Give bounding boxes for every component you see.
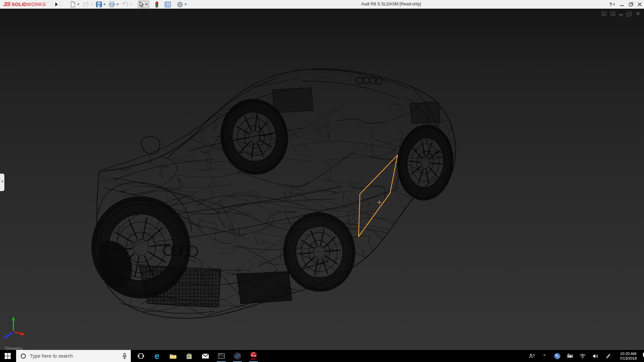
selection-cross-marker (377, 200, 381, 204)
minimize-button[interactable] (618, 0, 627, 9)
command-prompt-button[interactable]: C:\_ (213, 350, 229, 362)
solidworks-3ds-mark-icon: ЗS (3, 1, 11, 8)
action-center-button[interactable]: 2 (642, 352, 644, 360)
network-key-icon (554, 353, 560, 359)
store-icon (186, 353, 192, 359)
select-tool-button[interactable] (138, 1, 149, 8)
traffic-light-icon (155, 1, 159, 8)
print-button[interactable] (108, 1, 119, 8)
reference-triad (4, 316, 25, 339)
task-pane-button[interactable] (164, 1, 171, 8)
wifi-button[interactable] (576, 354, 589, 358)
document-window-controls: ✕ (602, 11, 640, 16)
composer-hexagon-icon (234, 352, 241, 360)
sw-letter-s: S (251, 354, 253, 357)
chevron-up-icon: ⌃ (543, 354, 546, 358)
file-explorer-icon (169, 353, 177, 359)
taskbar-apps: e (133, 350, 262, 362)
dropdown-caret-icon[interactable] (91, 4, 93, 5)
doc-minimize-icon[interactable] (619, 14, 623, 15)
windows-ink-button[interactable] (602, 353, 614, 359)
feature-manager-collapsed-tab[interactable] (0, 174, 4, 191)
pen-icon (605, 353, 611, 359)
undo-button[interactable] (121, 1, 132, 8)
network-key-button[interactable] (551, 353, 564, 359)
clock-time: 10:20 AM (617, 351, 639, 356)
doc-restore-icon[interactable] (628, 12, 632, 15)
select-cursor-icon (140, 2, 144, 7)
toolbar-separator (51, 1, 51, 7)
show-left-pane-icon[interactable] (602, 11, 606, 16)
rebuild-traffic-light-button[interactable] (155, 1, 159, 8)
mail-button[interactable] (197, 350, 213, 362)
command-prompt-icon: C:\_ (218, 353, 225, 359)
action-center-icon (642, 352, 644, 358)
system-tray: ⌃ (525, 350, 614, 362)
main-toolbar (70, 0, 190, 8)
composer-button[interactable] (229, 350, 246, 362)
close-icon (638, 2, 642, 6)
document-title: Audi R8 S.SLDASM [Read-only] (361, 2, 421, 6)
minimize-icon (620, 2, 624, 6)
open-document-button[interactable] (82, 1, 93, 8)
save-floppy-icon (96, 1, 102, 7)
file-explorer-button[interactable] (165, 350, 181, 362)
battery-charging-icon (567, 354, 573, 358)
cortana-icon[interactable] (21, 354, 26, 359)
save-button[interactable] (96, 1, 106, 8)
dropdown-caret-icon[interactable] (184, 4, 187, 5)
windows-logo-icon (4, 353, 11, 359)
taskbar-clock[interactable]: 10:20 AM 7/13/2018 (617, 351, 639, 361)
task-pane-list-icon (165, 2, 171, 7)
graphics-viewport[interactable]: ✕ *Dimetric (0, 9, 644, 350)
panel-tab-dot-icon (1, 180, 3, 182)
new-document-button[interactable] (70, 1, 80, 8)
task-view-button[interactable] (133, 350, 149, 362)
edge-button[interactable]: e (149, 350, 165, 362)
solidworks-window: ЗS SOLIDWORKS (0, 0, 644, 362)
battery-button[interactable] (564, 354, 576, 358)
store-button[interactable] (181, 350, 197, 362)
people-icon (529, 354, 535, 359)
dropdown-caret-icon[interactable] (103, 4, 106, 5)
task-view-icon (138, 353, 144, 359)
doc-close-icon[interactable]: ✕ (636, 11, 640, 16)
search-placeholder[interactable]: Type here to search (30, 353, 122, 359)
microphone-icon[interactable] (122, 353, 127, 359)
solidworks-taskbar-button[interactable]: S W 2017 (246, 350, 262, 362)
people-button[interactable] (525, 354, 538, 359)
help-caret-icon[interactable] (613, 4, 615, 5)
dropdown-caret-icon[interactable] (145, 4, 148, 5)
toolbar-separator (62, 1, 62, 7)
window-controls: ? (609, 0, 644, 9)
brand-solid-text: SOLID (11, 2, 27, 7)
mail-icon (202, 354, 209, 359)
volume-icon (593, 354, 598, 359)
start-button[interactable] (3, 353, 12, 359)
hidden-icons-button[interactable]: ⌃ (538, 354, 551, 358)
windows-taskbar: Type here to search e (0, 350, 644, 362)
selected-face-highlight (359, 155, 397, 237)
help-button[interactable]: ? (609, 2, 612, 7)
taskbar-search-box[interactable]: Type here to search (16, 350, 131, 362)
gear-icon (177, 1, 183, 8)
edge-icon: e (155, 352, 159, 360)
new-document-icon (70, 1, 76, 7)
solidworks-2017-icon: S W 2017 (250, 352, 258, 360)
solidworks-logo: ЗS SOLIDWORKS (3, 1, 46, 8)
svg-text:W: W (254, 354, 257, 357)
dropdown-caret-icon[interactable] (77, 4, 79, 5)
options-button[interactable] (176, 1, 187, 8)
dropdown-caret-icon[interactable] (130, 4, 132, 5)
open-folder-icon (83, 1, 89, 7)
restore-button[interactable] (627, 0, 635, 9)
close-button[interactable] (635, 0, 644, 9)
dropdown-caret-icon[interactable] (116, 4, 119, 5)
volume-button[interactable] (589, 354, 602, 359)
show-right-pane-icon[interactable] (610, 11, 615, 16)
title-bar: ЗS SOLIDWORKS (0, 0, 644, 9)
wireframe-car-model[interactable] (0, 9, 644, 350)
menu-expand-arrow-icon (55, 2, 58, 6)
clock-date: 7/13/2018 (617, 356, 639, 361)
menu-expand-button[interactable] (53, 1, 60, 8)
